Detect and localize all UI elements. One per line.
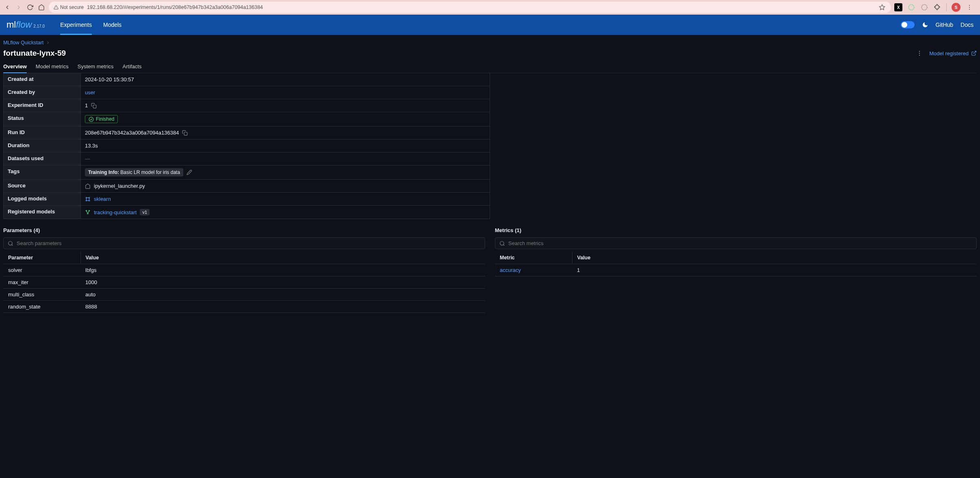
run-tabs: Overview Model metrics System metrics Ar… bbox=[3, 61, 977, 73]
not-secure-badge: Not secure bbox=[54, 4, 84, 10]
home-icon bbox=[85, 183, 91, 189]
home-button[interactable] bbox=[37, 3, 46, 11]
run-header: fortunate-lynx-59 Model registered bbox=[3, 49, 977, 61]
registered-model-link[interactable]: tracking-quickstart bbox=[94, 209, 137, 215]
svg-line-29 bbox=[12, 244, 13, 246]
svg-point-17 bbox=[86, 200, 87, 201]
extension-icon-2[interactable] bbox=[907, 3, 915, 11]
profile-avatar[interactable]: S bbox=[952, 3, 960, 12]
svg-point-4 bbox=[921, 4, 927, 10]
svg-line-26 bbox=[87, 211, 87, 213]
copy-icon[interactable] bbox=[91, 103, 97, 109]
row-tags: Tags Training Info: Basic LR model for i… bbox=[4, 165, 490, 180]
row-experiment-id: Experiment ID 1 bbox=[4, 99, 490, 112]
back-button[interactable] bbox=[3, 3, 11, 11]
table-row: solverlbfgs bbox=[3, 264, 485, 276]
metrics-title: Metrics (1) bbox=[495, 227, 977, 237]
mlflow-logo[interactable]: mlflow 2.17.0 bbox=[7, 20, 45, 30]
tab-artifacts[interactable]: Artifacts bbox=[123, 61, 142, 73]
metrics-search-input[interactable] bbox=[508, 240, 972, 246]
parameters-search-input[interactable] bbox=[17, 240, 481, 246]
metric-link[interactable]: accuracy bbox=[500, 267, 521, 273]
chrome-menu-icon[interactable] bbox=[965, 3, 973, 11]
metrics-table: Metric Value accuracy 1 bbox=[495, 252, 977, 276]
created-by-link[interactable]: user bbox=[85, 89, 95, 96]
registered-icon bbox=[85, 209, 91, 215]
svg-point-10 bbox=[919, 55, 920, 56]
reload-button[interactable] bbox=[26, 3, 34, 11]
svg-point-13 bbox=[89, 117, 93, 122]
breadcrumb: MLflow Quickstart bbox=[3, 38, 977, 49]
svg-point-3 bbox=[908, 4, 914, 10]
svg-point-30 bbox=[500, 241, 504, 245]
copy-icon[interactable] bbox=[182, 130, 188, 136]
metrics-search[interactable] bbox=[495, 237, 977, 249]
svg-point-9 bbox=[919, 53, 920, 54]
svg-marker-2 bbox=[879, 4, 885, 10]
extension-icon-1[interactable]: X bbox=[894, 3, 902, 11]
details-table: Created at 2024-10-20 15:30:57 Created b… bbox=[3, 73, 490, 219]
github-link[interactable]: GitHub bbox=[936, 22, 954, 28]
parameters-search[interactable] bbox=[3, 237, 485, 249]
content-area: MLflow Quickstart fortunate-lynx-59 Mode… bbox=[0, 35, 980, 478]
row-status: Status Finished bbox=[4, 112, 490, 126]
breadcrumb-parent[interactable]: MLflow Quickstart bbox=[3, 40, 43, 46]
row-duration: Duration 13.3s bbox=[4, 139, 490, 152]
dark-mode-toggle[interactable] bbox=[901, 21, 915, 28]
lower-panels: Parameters (4) Parameter Value solverlbf… bbox=[3, 227, 977, 313]
tab-system-metrics[interactable]: System metrics bbox=[78, 61, 114, 73]
svg-point-16 bbox=[89, 197, 89, 198]
svg-point-8 bbox=[919, 51, 920, 52]
row-created-at: Created at 2024-10-20 15:30:57 bbox=[4, 73, 490, 86]
row-registered-models: Registered models tracking-quickstart v1 bbox=[4, 206, 490, 219]
table-row: multi_classauto bbox=[3, 289, 485, 301]
status-badge: Finished bbox=[85, 115, 118, 123]
browser-chrome: Not secure 192.168.68.220/#/experiments/… bbox=[0, 0, 980, 15]
forward-button[interactable] bbox=[15, 3, 23, 11]
svg-point-24 bbox=[89, 210, 89, 211]
row-created-by: Created by user bbox=[4, 86, 490, 99]
row-logged-models: Logged models sklearn bbox=[4, 193, 490, 206]
row-run-id: Run ID 208e67b947b342a3a006a7094a136384 bbox=[4, 126, 490, 139]
search-icon bbox=[8, 241, 13, 246]
svg-point-15 bbox=[86, 197, 87, 198]
svg-line-11 bbox=[973, 51, 976, 54]
parameters-title: Parameters (4) bbox=[3, 227, 485, 237]
svg-line-27 bbox=[88, 211, 89, 213]
bookmark-star-icon[interactable] bbox=[878, 3, 886, 11]
nav-experiments[interactable]: Experiments bbox=[54, 15, 98, 35]
svg-point-5 bbox=[969, 5, 970, 6]
tag-badge: Training Info: Basic LR model for iris d… bbox=[85, 168, 183, 176]
extensions-puzzle-icon[interactable] bbox=[933, 3, 941, 11]
model-registered-link[interactable]: Model registered bbox=[929, 50, 977, 56]
svg-point-25 bbox=[87, 213, 88, 214]
chevron-right-icon bbox=[46, 41, 50, 45]
svg-rect-14 bbox=[184, 132, 188, 135]
tab-model-metrics[interactable]: Model metrics bbox=[36, 61, 69, 73]
svg-point-7 bbox=[969, 9, 970, 10]
moon-icon bbox=[922, 22, 928, 28]
tab-overview[interactable]: Overview bbox=[3, 61, 27, 73]
run-title: fortunate-lynx-59 bbox=[3, 49, 66, 58]
metrics-panel: Metrics (1) Metric Value accuracy bbox=[495, 227, 977, 313]
table-row: max_iter1000 bbox=[3, 276, 485, 289]
top-nav: mlflow 2.17.0 Experiments Models GitHub … bbox=[0, 15, 980, 35]
nav-models[interactable]: Models bbox=[98, 15, 127, 35]
url-bar[interactable]: Not secure 192.168.68.220/#/experiments/… bbox=[49, 2, 891, 13]
svg-point-18 bbox=[89, 200, 89, 201]
logged-model-link[interactable]: sklearn bbox=[94, 196, 111, 202]
svg-line-31 bbox=[503, 244, 505, 246]
svg-point-6 bbox=[969, 7, 970, 8]
model-icon bbox=[85, 196, 91, 202]
run-body: Created at 2024-10-20 15:30:57 Created b… bbox=[3, 73, 977, 478]
version-badge: v1 bbox=[140, 209, 150, 215]
edit-icon[interactable] bbox=[186, 169, 192, 175]
svg-point-28 bbox=[9, 241, 12, 245]
parameters-table: Parameter Value solverlbfgs max_iter1000… bbox=[3, 252, 485, 313]
url-text: 192.168.68.220/#/experiments/1/runs/208e… bbox=[87, 4, 263, 10]
kebab-menu-icon[interactable] bbox=[916, 50, 923, 56]
chrome-extensions: X S bbox=[894, 3, 977, 12]
extension-icon-3[interactable] bbox=[920, 3, 928, 11]
divider bbox=[946, 3, 947, 11]
docs-link[interactable]: Docs bbox=[960, 22, 973, 28]
